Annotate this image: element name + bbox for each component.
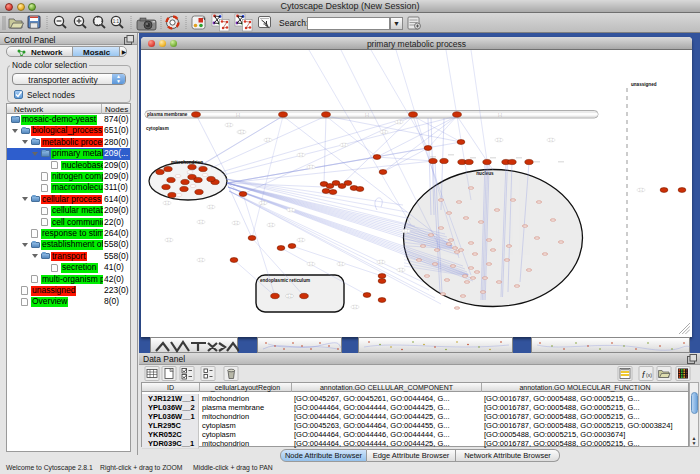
- svg-text:[...]: [...]: [199, 220, 203, 224]
- svg-text:[...]: [...]: [266, 138, 270, 142]
- svg-text:plasma membrane: plasma membrane: [147, 112, 188, 117]
- svg-text:mitochondrion: mitochondrion: [171, 160, 203, 165]
- svg-text:[...]: [...]: [167, 238, 171, 242]
- svg-text:[...]: [...]: [399, 268, 403, 272]
- svg-text:1:1: 1:1: [113, 19, 120, 24]
- svg-text:[...]: [...]: [639, 188, 643, 192]
- svg-text:[...]: [...]: [261, 201, 265, 205]
- svg-text:unassigned: unassigned: [631, 82, 657, 87]
- svg-text:endoplasmic reticulum: endoplasmic reticulum: [260, 278, 310, 283]
- svg-text:(x): (x): [646, 372, 652, 378]
- svg-text:[...]: [...]: [227, 123, 231, 127]
- svg-text:[...]: [...]: [240, 130, 244, 134]
- svg-text:[...]: [...]: [165, 201, 169, 205]
- svg-text:[...]: [...]: [299, 238, 303, 242]
- svg-text:[...]: [...]: [299, 153, 303, 157]
- svg-text:nucleus: nucleus: [476, 171, 494, 176]
- svg-text:[...]: [...]: [289, 208, 293, 212]
- svg-text:[...]: [...]: [236, 113, 240, 117]
- svg-text:[...]: [...]: [404, 229, 408, 233]
- svg-text:[...]: [...]: [309, 165, 313, 169]
- svg-text:[...]: [...]: [288, 294, 292, 298]
- svg-text:[...]: [...]: [397, 120, 401, 124]
- svg-text:[...]: [...]: [342, 143, 346, 147]
- svg-text:[...]: [...]: [209, 205, 213, 209]
- svg-text:[...]: [...]: [498, 113, 502, 117]
- svg-text:[...]: [...]: [309, 262, 313, 266]
- svg-text:[...]: [...]: [497, 138, 501, 142]
- svg-text:[...]: [...]: [234, 221, 238, 225]
- svg-text:[...]: [...]: [339, 262, 343, 266]
- svg-text:[...]: [...]: [353, 305, 357, 309]
- svg-text:[...]: [...]: [382, 130, 386, 134]
- svg-text:[...]: [...]: [199, 258, 203, 262]
- svg-text:[...]: [...]: [365, 113, 369, 117]
- svg-text:cytoplasm: cytoplasm: [146, 126, 169, 131]
- svg-text:[...]: [...]: [269, 223, 273, 227]
- svg-text:[...]: [...]: [379, 260, 383, 264]
- svg-text:[...]: [...]: [549, 138, 553, 142]
